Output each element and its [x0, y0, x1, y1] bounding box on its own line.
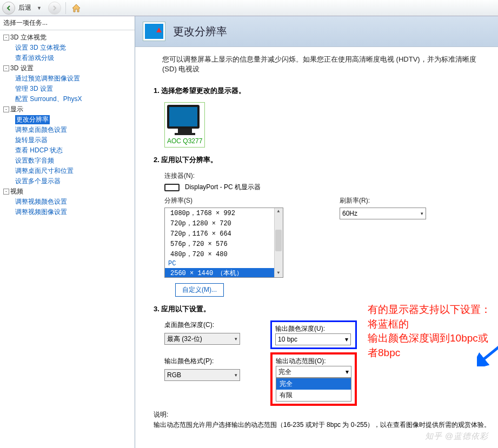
sidebar: 选择一项任务... -3D 立体视觉 设置 3D 立体视觉 查看游戏分级 -3D…: [0, 16, 135, 448]
svg-line-0: [480, 344, 498, 362]
resolution-group-pc: PC: [165, 259, 283, 268]
range-option-limited[interactable]: 有限: [276, 390, 351, 401]
explain-label: 说明:: [154, 410, 498, 419]
task-header: 选择一项任务...: [0, 16, 135, 30]
tree-item[interactable]: 调整视频颜色设置: [15, 197, 67, 206]
settings-tree: -3D 立体视觉 设置 3D 立体视觉 查看游戏分级 -3D 设置 通过预览调整…: [0, 30, 135, 448]
refresh-label: 刷新率(R):: [340, 196, 426, 205]
annotation-arrow-icon: [477, 342, 498, 366]
tree-item[interactable]: 调整视频图像设置: [15, 208, 67, 217]
refresh-rate-value: 60Hz: [342, 210, 357, 217]
tree-item[interactable]: 设置 3D 立体视觉: [15, 43, 66, 52]
separator: [65, 2, 66, 14]
output-range-select[interactable]: 完全▾: [276, 366, 351, 378]
tree-item-change-resolution[interactable]: 更改分辨率: [15, 115, 50, 124]
tree-group-label: 视频: [10, 187, 23, 196]
output-range-dropdown[interactable]: 完全 有限: [276, 378, 351, 402]
resolution-option[interactable]: 720p，1176 × 664: [165, 229, 283, 239]
tree-group-label: 3D 立体视觉: [10, 33, 47, 42]
output-format-select[interactable]: RGB▾: [164, 369, 240, 381]
explain-section: 说明: 输出动态范围允许用户选择输出的动态范围（16-235 或对于 8bpc …: [154, 410, 498, 430]
content-panel: 更改分辨率 您可以调整屏幕上显示的信息量并减少闪烁。如果您正在使用高清晰度电视 …: [135, 16, 498, 448]
chevron-down-icon: ▾: [346, 368, 349, 376]
connector-value: DisplayPort - PC 机显示器: [185, 183, 261, 192]
range-option-full[interactable]: 完全: [276, 378, 351, 390]
back-button[interactable]: [2, 2, 15, 15]
output-depth-label: 输出颜色深度(U):: [275, 324, 352, 333]
tree-item[interactable]: 设置多个显示器: [15, 177, 61, 186]
scroll-up-icon[interactable]: ▲: [275, 209, 282, 215]
chevron-down-icon: ▾: [421, 211, 423, 216]
monitor-tile[interactable]: AOC Q3277: [164, 102, 205, 148]
tree-item[interactable]: 调整桌面尺寸和位置: [15, 166, 74, 176]
resolution-option[interactable]: 576p，720 × 576: [165, 239, 283, 249]
blue-highlight-frame: 输出颜色深度(U): 10 bpc▾: [270, 320, 357, 349]
page-title: 更改分辨率: [173, 24, 227, 39]
red-highlight-frame: 输出动态范围(O): 完全▾ 完全 有限: [270, 352, 357, 406]
toolbar: 后退 ▼: [0, 0, 498, 16]
collapse-icon[interactable]: -: [3, 35, 9, 41]
chevron-down-icon: ▾: [235, 372, 237, 378]
tree-item[interactable]: 管理 3D 设置: [15, 84, 53, 93]
forward-button: [48, 2, 61, 15]
tree-item[interactable]: 查看游戏分级: [15, 54, 54, 63]
collapse-icon[interactable]: -: [3, 189, 9, 195]
tree-item[interactable]: 调整桌面颜色设置: [15, 125, 67, 135]
scrollbar[interactable]: ▲ ▼: [274, 208, 283, 277]
resolution-option[interactable]: 720p，1280 × 720: [165, 218, 283, 229]
desktop-depth-select[interactable]: 最高 (32-位)▾: [164, 333, 240, 345]
scroll-thumb[interactable]: [275, 230, 282, 251]
section2-title: 2. 应用以下分辨率。: [154, 155, 498, 165]
section1-title: 1. 选择您希望更改的显示器。: [154, 86, 498, 96]
output-depth-select[interactable]: 10 bpc▾: [275, 333, 351, 345]
desktop-depth-label: 桌面颜色深度(C):: [164, 320, 240, 330]
chevron-down-icon: ▾: [345, 336, 348, 343]
watermark: 知乎 @蓝德依彩: [425, 431, 488, 442]
connector-label: 连接器(N):: [164, 171, 498, 180]
resolution-option[interactable]: 480p，720 × 480: [165, 249, 283, 259]
collapse-icon[interactable]: -: [3, 65, 9, 71]
home-button[interactable]: [70, 2, 82, 14]
display-icon: [143, 22, 165, 41]
tree-item[interactable]: 查看 HDCP 状态: [15, 146, 63, 155]
tree-group-label: 显示: [10, 105, 23, 114]
back-label: 后退: [18, 3, 31, 12]
monitor-label: AOC Q3277: [167, 137, 202, 145]
tree-item[interactable]: 通过预览调整图像设置: [15, 74, 80, 83]
tree-item[interactable]: 旋转显示器: [15, 136, 48, 145]
chevron-down-icon: ▾: [235, 336, 237, 342]
tree-item[interactable]: 设置数字音频: [15, 156, 54, 165]
refresh-rate-select[interactable]: 60Hz▾: [340, 208, 426, 219]
scroll-down-icon[interactable]: ▼: [275, 270, 282, 277]
tree-group-label: 3D 设置: [10, 64, 34, 73]
displayport-icon: [164, 184, 180, 191]
resolution-option[interactable]: 1080p，1768 × 992: [165, 208, 283, 218]
collapse-icon[interactable]: -: [3, 106, 9, 112]
customize-button[interactable]: 自定义(M)...: [175, 283, 224, 297]
output-format-label: 输出颜色格式(P):: [164, 357, 240, 366]
resolution-label: 分辨率(S): [164, 196, 283, 205]
resolution-listbox[interactable]: 1080p，1768 × 992 720p，1280 × 720 720p，11…: [164, 208, 283, 278]
monitor-icon: [167, 105, 200, 129]
output-range-label: 输出动态范围(O):: [276, 357, 351, 366]
page-header: 更改分辨率: [135, 16, 498, 47]
back-history-dropdown[interactable]: ▼: [37, 5, 42, 11]
resolution-option-selected[interactable]: 2560 × 1440 （本机）: [165, 268, 283, 277]
tree-item[interactable]: 配置 Surround、PhysX: [15, 95, 82, 104]
page-description: 您可以调整屏幕上显示的信息量并减少闪烁。如果您正在使用高清晰度电视 (HDTV)…: [135, 47, 498, 78]
explain-text: 输出动态范围允许用户选择输出的动态范围（16-235 或对于 8bpc 为 0-…: [154, 420, 498, 430]
